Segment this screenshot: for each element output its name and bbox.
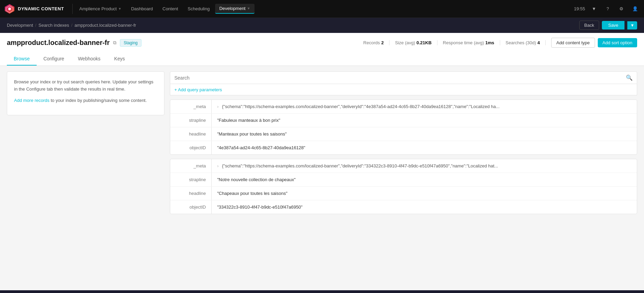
record-value-meta-1: {"schema":"https://schema-examples.com/l…: [222, 104, 499, 109]
record-value-strapline-2: "Notre nouvelle collection de chapeaux": [217, 177, 296, 182]
table-row: headline "Chapeaux pour toutes les saiso…: [170, 187, 637, 200]
page-title: ampproduct.localized-banner-fr: [7, 39, 110, 47]
staging-badge: Staging: [120, 39, 141, 47]
page-title-left: ampproduct.localized-banner-fr ⧉ Staging: [7, 39, 141, 47]
record-key-headline-2: headline: [170, 187, 211, 200]
search-icon[interactable]: 🔍: [626, 74, 633, 81]
breadcrumb: Development / Search indexes / ampproduc…: [7, 23, 136, 28]
info-link-suffix: to your index by publishing/saving some …: [49, 98, 147, 103]
stat-searches: Searches (30d) 4: [500, 40, 546, 45]
page-header: ampproduct.localized-banner-fr ⧉ Staging…: [0, 33, 644, 66]
search-bar: 🔍: [170, 71, 637, 84]
nav-item-development[interactable]: Development ▼: [215, 4, 255, 14]
add-query-link[interactable]: + Add query parameters: [174, 87, 222, 92]
svg-point-2: [8, 8, 11, 10]
chevron-right-icon[interactable]: ›: [217, 164, 219, 168]
tab-configure[interactable]: Configure: [37, 52, 71, 66]
nav-item-amplience-product[interactable]: Amplience Product ▼: [75, 4, 126, 13]
nav-time: 19:55: [574, 6, 585, 11]
breadcrumb-sep-2: /: [71, 23, 73, 28]
record-key-strapline-1: strapline: [170, 114, 211, 127]
nav-item-dashboard[interactable]: Dashboard: [127, 4, 157, 13]
left-panel: Browse your index or try out search quer…: [7, 71, 164, 285]
search-input[interactable]: [174, 75, 623, 81]
record-key-meta-2: _meta: [170, 159, 211, 173]
table-row: strapline "Notre nouvelle collection de …: [170, 173, 637, 187]
table-row: objectID "4e387a54-ad24-4c65-8b27-40da9e…: [170, 141, 637, 154]
record-value-objectid-1: "4e387a54-ad24-4c65-8b27-40da9ea16128": [217, 145, 305, 150]
chevron-right-icon[interactable]: ›: [217, 104, 219, 109]
nav-vertical-divider: [72, 4, 73, 14]
record-value-cell: › {"schema":"https://schema-examples.com…: [212, 159, 637, 173]
info-link-row: Add more records to your index by publis…: [14, 97, 157, 104]
info-description: Browse your index or try out search quer…: [14, 79, 157, 93]
breadcrumb-search-indexes[interactable]: Search indexes: [38, 23, 69, 28]
tab-browse[interactable]: Browse: [7, 52, 37, 66]
logo-icon: [4, 3, 15, 14]
breadcrumb-actions: Back Save ▼: [579, 21, 637, 30]
table-row: headline "Manteaux pour toutes les saiso…: [170, 127, 637, 141]
info-box: Browse your index or try out search quer…: [7, 71, 164, 115]
record-key-strapline-2: strapline: [170, 173, 211, 186]
nav-item-scheduling[interactable]: Scheduling: [184, 4, 214, 13]
chevron-down-icon[interactable]: ▼: [589, 4, 599, 14]
record-value-cell: "Chapeaux pour toutes les saisons": [212, 187, 637, 200]
breadcrumb-development[interactable]: Development: [7, 23, 33, 28]
record-value-strapline-1: "Fabuleux manteaux à bon prix": [217, 118, 280, 123]
copy-icon[interactable]: ⧉: [113, 40, 116, 46]
stat-response: Response time (avg) 1ms: [437, 40, 500, 45]
add-sort-option-button[interactable]: Add sort option: [598, 38, 637, 47]
breadcrumb-sep-1: /: [35, 23, 37, 28]
record-key-objectid-1: objectID: [170, 141, 211, 154]
table-row: _meta › {"schema":"https://schema-exampl…: [170, 159, 637, 173]
stat-size: Size (avg) 0.21KB: [389, 40, 437, 45]
stat-records: Records 2: [358, 40, 390, 45]
chevron-down-icon: ▼: [247, 7, 250, 10]
record-value-headline-1: "Manteaux pour toutes les saisons": [217, 131, 287, 137]
record-value-cell: "Manteaux pour toutes les saisons": [212, 127, 637, 141]
help-icon[interactable]: ?: [603, 4, 612, 14]
tab-keys[interactable]: Keys: [107, 52, 132, 66]
back-button[interactable]: Back: [579, 21, 599, 30]
nav-items: Amplience Product ▼ Dashboard Content Sc…: [75, 4, 574, 14]
header-action-buttons: Add content type Add sort option: [551, 38, 637, 48]
record-key-headline-1: headline: [170, 127, 211, 141]
page-stats: Records 2 Size (avg) 0.21KB Response tim…: [358, 38, 637, 48]
page-title-row: ampproduct.localized-banner-fr ⧉ Staging…: [7, 38, 637, 48]
tabs: Browse Configure Webhooks Keys: [7, 52, 637, 66]
breadcrumb-bar: Development / Search indexes / ampproduc…: [0, 18, 644, 33]
logo-text: Dynamic Content: [18, 6, 64, 11]
add-content-type-button[interactable]: Add content type: [551, 38, 595, 48]
user-icon[interactable]: 👤: [630, 4, 640, 14]
records-container: _meta › {"schema":"https://schema-exampl…: [170, 99, 637, 214]
settings-icon[interactable]: ⚙: [617, 4, 626, 14]
record-value-cell: › {"schema":"https://schema-examples.com…: [212, 100, 637, 113]
breadcrumb-current: ampproduct.localized-banner-fr: [74, 23, 136, 28]
record-value-cell: "Notre nouvelle collection de chapeaux": [212, 173, 637, 186]
record-value-objectid-2: "334322c3-8910-4f47-b9dc-e510f47a6950": [217, 204, 302, 210]
record-value-headline-2: "Chapeaux pour toutes les saisons": [217, 191, 287, 196]
nav-right: 19:55 ▼ ? ⚙ 👤: [574, 4, 640, 14]
record-key-meta-1: _meta: [170, 100, 211, 113]
record-value-cell: "334322c3-8910-4f47-b9dc-e510f47a6950": [212, 200, 637, 214]
add-query-row: + Add query parameters: [170, 84, 637, 95]
save-dropdown-button[interactable]: ▼: [627, 21, 637, 30]
chevron-down-icon: ▼: [118, 7, 122, 11]
save-button[interactable]: Save: [602, 21, 624, 30]
record-value-meta-2: {"schema":"https://schema-examples.com/l…: [222, 163, 498, 168]
main-content: Browse your index or try out search quer…: [0, 66, 644, 290]
top-nav: Dynamic Content Amplience Product ▼ Dash…: [0, 0, 644, 18]
record-card: _meta › {"schema":"https://schema-exampl…: [170, 159, 637, 214]
add-more-records-link[interactable]: Add more records: [14, 98, 49, 103]
record-value-cell: "4e387a54-ad24-4c65-8b27-40da9ea16128": [212, 141, 637, 154]
record-key-objectid-2: objectID: [170, 200, 211, 214]
table-row: _meta › {"schema":"https://schema-exampl…: [170, 100, 637, 114]
table-row: objectID "334322c3-8910-4f47-b9dc-e510f4…: [170, 200, 637, 214]
logo-area: Dynamic Content: [4, 3, 64, 14]
right-panel: 🔍 + Add query parameters _meta › {"schem…: [170, 71, 637, 285]
record-card: _meta › {"schema":"https://schema-exampl…: [170, 99, 637, 155]
nav-item-content[interactable]: Content: [158, 4, 182, 13]
tab-webhooks[interactable]: Webhooks: [71, 52, 107, 66]
table-row: strapline "Fabuleux manteaux à bon prix": [170, 114, 637, 127]
record-value-cell: "Fabuleux manteaux à bon prix": [212, 114, 637, 127]
